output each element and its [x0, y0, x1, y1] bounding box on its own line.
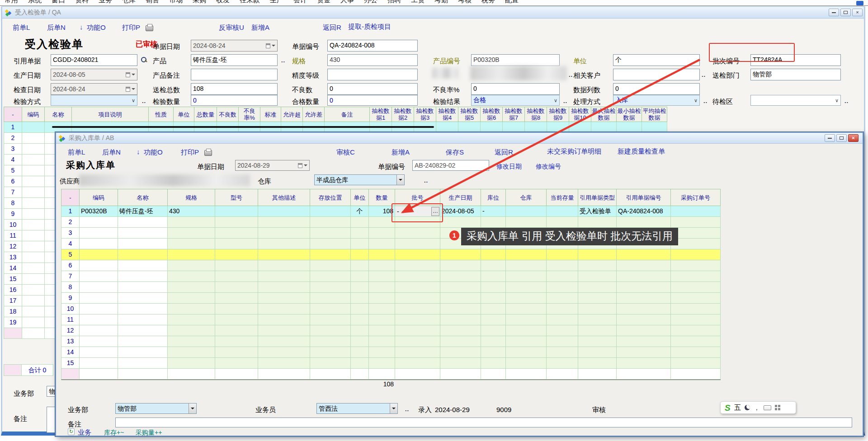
cell[interactable]	[395, 336, 440, 347]
cell[interactable]	[80, 325, 118, 336]
cell[interactable]	[310, 282, 351, 293]
cell[interactable]	[118, 369, 168, 380]
cell[interactable]	[578, 347, 617, 358]
cell[interactable]	[258, 249, 310, 260]
cell[interactable]	[617, 271, 671, 282]
biz-dept-combo[interactable]: 物管部	[115, 403, 197, 414]
cell[interactable]	[310, 293, 351, 304]
cell[interactable]	[310, 336, 351, 347]
cell-desc[interactable]	[258, 206, 310, 217]
header-cell[interactable]: 数量	[369, 189, 395, 206]
cell[interactable]	[506, 314, 547, 325]
cell[interactable]	[547, 347, 578, 358]
header-cell[interactable]: 库位	[481, 189, 506, 206]
cell[interactable]: 5	[61, 249, 80, 260]
cell[interactable]	[258, 282, 310, 293]
cell[interactable]	[168, 314, 215, 325]
cell[interactable]	[506, 325, 547, 336]
cell[interactable]	[506, 369, 547, 380]
cell[interactable]	[578, 271, 617, 282]
header-cell[interactable]: 单位	[351, 189, 369, 206]
cell[interactable]	[258, 369, 310, 380]
cell[interactable]	[671, 325, 721, 336]
cell[interactable]	[369, 249, 395, 260]
cell[interactable]	[547, 249, 578, 260]
cell[interactable]	[351, 347, 369, 358]
dropdown-button[interactable]	[189, 403, 196, 413]
cell[interactable]	[369, 336, 395, 347]
cell[interactable]	[215, 369, 258, 380]
cell[interactable]	[440, 282, 481, 293]
cell[interactable]: 14	[61, 347, 80, 358]
cell-po-no[interactable]	[671, 206, 721, 217]
maximize-button[interactable]	[836, 134, 847, 142]
cell[interactable]	[617, 282, 671, 293]
cell[interactable]	[506, 304, 547, 314]
stock-link[interactable]: 库存+~	[104, 429, 124, 437]
cell[interactable]	[310, 325, 351, 336]
cell-prod-date[interactable]: 2024-08-05	[440, 206, 481, 217]
cell[interactable]: 3	[61, 228, 80, 239]
function-menu-link[interactable]: 功能O	[144, 148, 163, 157]
cell[interactable]	[547, 336, 578, 347]
cell[interactable]	[578, 260, 617, 271]
cell[interactable]	[578, 249, 617, 260]
ime-mode[interactable]: 五	[734, 403, 741, 412]
cell[interactable]	[481, 282, 506, 293]
cell[interactable]	[440, 271, 481, 282]
cell[interactable]: 15	[61, 358, 80, 369]
cell[interactable]	[168, 293, 215, 304]
cell[interactable]	[395, 217, 440, 228]
cell[interactable]	[506, 347, 547, 358]
doc-date-field[interactable]: 2024-08-29	[235, 160, 310, 171]
cell[interactable]	[369, 260, 395, 271]
cell[interactable]	[671, 369, 721, 380]
dropdown-button[interactable]	[396, 175, 404, 185]
cell[interactable]	[118, 271, 168, 282]
cell[interactable]	[168, 239, 215, 249]
cell[interactable]	[617, 336, 671, 347]
cell[interactable]	[395, 314, 440, 325]
cell[interactable]	[168, 271, 215, 282]
cell[interactable]	[310, 228, 351, 239]
cell-ref-no[interactable]: QA-240824-008	[617, 206, 671, 217]
purchase-qty-link[interactable]: 采购量++	[136, 429, 162, 437]
cell[interactable]	[80, 271, 118, 282]
table-row[interactable]: 5	[61, 249, 721, 260]
cell[interactable]	[215, 217, 258, 228]
cell[interactable]	[547, 282, 578, 293]
cell-batch[interactable]: - …	[395, 206, 440, 217]
cell[interactable]	[168, 358, 215, 369]
cell[interactable]	[617, 293, 671, 304]
cell[interactable]	[258, 304, 310, 314]
cell[interactable]	[481, 293, 506, 304]
audit-link[interactable]: 审核C	[336, 148, 355, 157]
cell[interactable]	[80, 304, 118, 314]
cell[interactable]	[258, 336, 310, 347]
cell-unit[interactable]: 个	[351, 206, 369, 217]
cell[interactable]	[215, 293, 258, 304]
cell[interactable]	[369, 293, 395, 304]
cell[interactable]	[215, 282, 258, 293]
cell[interactable]	[440, 358, 481, 369]
cell[interactable]: 2	[61, 217, 80, 228]
cell[interactable]	[310, 358, 351, 369]
table-row[interactable]: 12	[61, 325, 721, 336]
cell-code[interactable]: P00320B	[80, 206, 118, 217]
cell[interactable]	[547, 293, 578, 304]
cell[interactable]	[215, 239, 258, 249]
pending-po-detail-link[interactable]: 未交采购订单明细	[547, 147, 601, 156]
cell[interactable]	[80, 282, 118, 293]
cell[interactable]	[351, 325, 369, 336]
cell[interactable]	[351, 239, 369, 249]
table-row[interactable]: 6	[61, 260, 721, 271]
cell[interactable]	[369, 217, 395, 228]
cell[interactable]	[671, 293, 721, 304]
cell[interactable]	[578, 217, 617, 228]
cell[interactable]	[118, 314, 168, 325]
cell[interactable]	[369, 314, 395, 325]
cell[interactable]	[617, 217, 671, 228]
new-qc-doc-link[interactable]: 新建质量检查单	[618, 147, 665, 156]
cell[interactable]	[578, 336, 617, 347]
cell[interactable]	[310, 217, 351, 228]
